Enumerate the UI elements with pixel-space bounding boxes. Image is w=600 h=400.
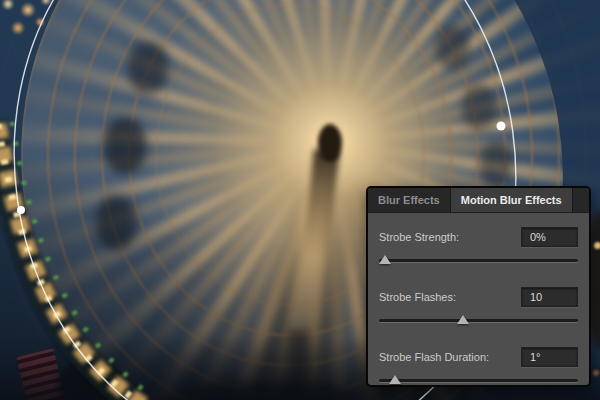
motion-blur-effects-panel: Blur Effects Motion Blur Effects Strobe … bbox=[366, 186, 591, 387]
slider-track[interactable] bbox=[379, 259, 578, 262]
panel-tab-bar: Blur Effects Motion Blur Effects bbox=[368, 188, 589, 213]
strobe-flashes-value[interactable]: 10 bbox=[521, 287, 578, 307]
panel-body: Strobe Strength: 0% Strobe Flashes: 10 bbox=[368, 213, 589, 387]
slider-thumb[interactable] bbox=[379, 255, 391, 264]
strobe-strength-label: Strobe Strength: bbox=[379, 231, 459, 243]
strobe-strength-slider[interactable] bbox=[379, 254, 578, 267]
slider-thumb[interactable] bbox=[457, 315, 469, 324]
blur-ring-handle-right[interactable] bbox=[497, 122, 506, 131]
blur-ring-handle-left[interactable] bbox=[17, 206, 25, 214]
strobe-flash-duration-label: Strobe Flash Duration: bbox=[379, 351, 489, 363]
strobe-flashes-label: Strobe Flashes: bbox=[379, 291, 456, 303]
tab-motion-blur-effects[interactable]: Motion Blur Effects bbox=[450, 188, 573, 212]
strobe-flashes-slider[interactable] bbox=[379, 314, 578, 327]
strobe-flashes-row: Strobe Flashes: 10 bbox=[379, 286, 578, 327]
tab-blur-effects[interactable]: Blur Effects bbox=[368, 188, 450, 212]
strobe-strength-value[interactable]: 0% bbox=[521, 227, 578, 247]
strobe-flash-duration-slider[interactable] bbox=[379, 374, 578, 387]
slider-track[interactable] bbox=[379, 379, 578, 382]
strobe-strength-row: Strobe Strength: 0% bbox=[379, 226, 578, 267]
slider-track[interactable] bbox=[379, 319, 578, 322]
photoshop-canvas: Blur Effects Motion Blur Effects Strobe … bbox=[0, 0, 600, 400]
slider-thumb[interactable] bbox=[389, 375, 401, 384]
strobe-flash-duration-row: Strobe Flash Duration: 1° bbox=[379, 346, 578, 387]
strobe-flash-duration-value[interactable]: 1° bbox=[521, 347, 578, 367]
